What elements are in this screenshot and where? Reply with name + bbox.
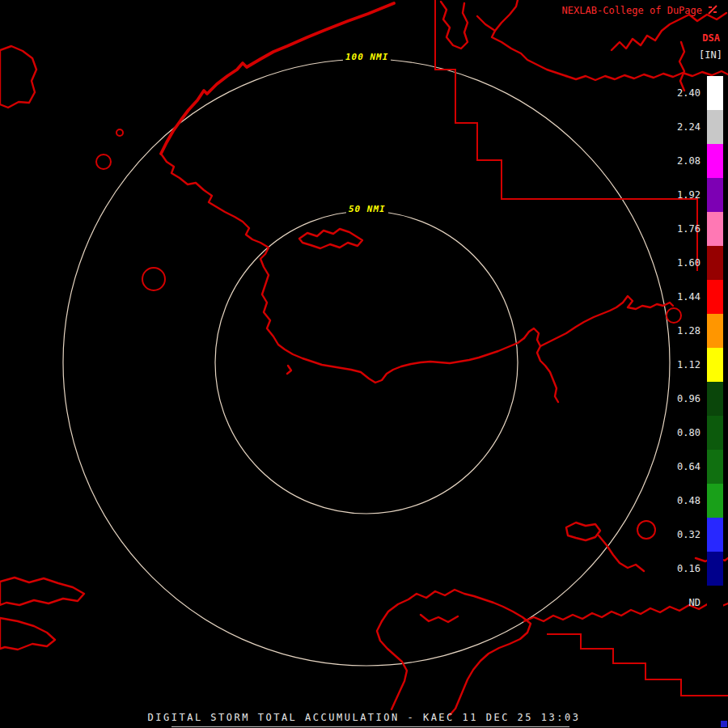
- colorbar-segment: [707, 144, 723, 178]
- islet-bottomright: [566, 523, 600, 540]
- lake-circle: [637, 521, 655, 539]
- coastline-northeast-run: [540, 296, 673, 346]
- river-right: [679, 42, 684, 91]
- range-ring-100nmi: [63, 59, 670, 666]
- coastline-bottomright: [524, 603, 728, 621]
- site-title: NEXLAB-College of DuPage: [562, 5, 702, 16]
- lake-circle: [667, 308, 681, 323]
- lake-circle-small: [116, 129, 123, 136]
- coastline-arc-northwest: [161, 3, 394, 154]
- stream-bottomright: [599, 535, 644, 571]
- colorbar-segment: [707, 212, 723, 246]
- range-rings: [63, 59, 670, 666]
- range-ring-label-50nmi: 50 NMI: [346, 204, 388, 214]
- landmass-bottomleft-point: [0, 618, 55, 650]
- corner-marker: [721, 721, 727, 727]
- colorbar-segment: [707, 246, 723, 280]
- river-shape-topright: [441, 2, 468, 49]
- map-outlines: [0, 0, 728, 715]
- landmass-bottomleft-band: [0, 578, 84, 605]
- footer-underline: [171, 726, 569, 727]
- stream-topright: [477, 16, 566, 76]
- coastline-topedge: [612, 13, 726, 50]
- range-ring-label-100nmi: 100 NMI: [343, 52, 391, 62]
- landmass-topleft: [0, 46, 36, 108]
- island-south-inner: [421, 615, 458, 622]
- county-boundary-upper: [435, 0, 697, 271]
- colorbar-segment: [707, 518, 723, 552]
- lake-circle: [96, 154, 111, 169]
- colorbar-segment: [707, 552, 723, 586]
- units-label: [IN]: [699, 49, 722, 61]
- lake-circle: [142, 268, 165, 290]
- map-canvas: [0, 0, 728, 728]
- island-cluster: [299, 229, 362, 248]
- coastline-topright: [566, 71, 728, 80]
- colorbar-segment: [707, 178, 723, 212]
- product-code-label: DSA: [702, 32, 720, 44]
- radar-display: 100 NMI 50 NMI NEXLAB-College of DuPage …: [0, 0, 728, 728]
- colorbar-segment: [707, 348, 723, 382]
- colorbar-segment: [707, 110, 723, 144]
- colorbar-segment: [707, 484, 723, 518]
- colorbar-segment: [707, 586, 723, 620]
- cod-logo-icon: [707, 4, 718, 15]
- colorbar-segment: [707, 416, 723, 450]
- county-boundary-lower: [547, 634, 728, 696]
- colorbar-segment: [707, 76, 723, 110]
- range-ring-50nmi: [215, 211, 518, 514]
- colorbar-segment: [707, 314, 723, 348]
- colorbar-segment: [707, 450, 723, 484]
- stream-branch: [495, 0, 518, 31]
- colorbar: [707, 76, 723, 620]
- tiny-islet: [287, 366, 291, 374]
- product-caption: DIGITAL STORM TOTAL ACCUMULATION - KAEC …: [0, 712, 728, 723]
- colorbar-segment: [707, 382, 723, 416]
- colorbar-segment: [707, 280, 723, 314]
